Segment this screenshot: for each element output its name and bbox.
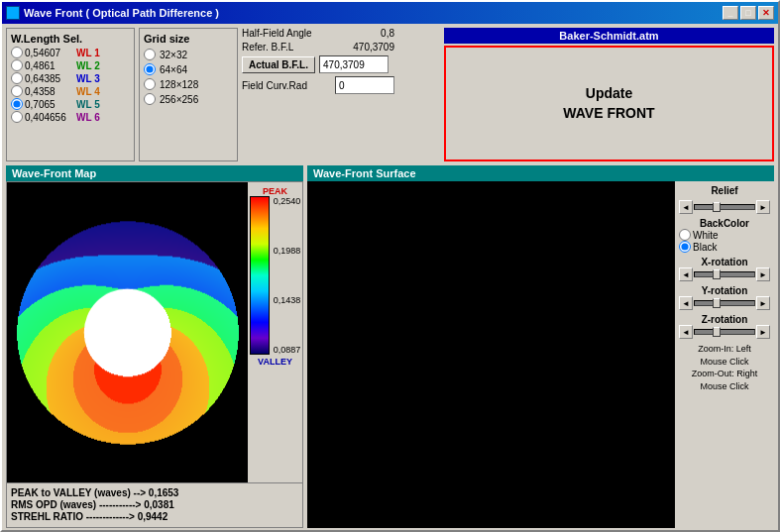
backcolor-white-row: White bbox=[679, 229, 770, 241]
wavefront-map-header: Wave-Front Map bbox=[6, 165, 303, 181]
stat-value-2: 0,0381 bbox=[144, 499, 174, 510]
top-panel: W.Length Sel. 0,54607 WL 1 0,4861 WL 2 0… bbox=[6, 28, 774, 161]
grid-radio-32[interactable] bbox=[144, 49, 156, 60]
backcolor-section: BackColor White Black bbox=[679, 218, 770, 253]
half-field-row: Half-Field Angle 0,8 bbox=[242, 28, 440, 39]
half-field-value: 0,8 bbox=[335, 28, 394, 39]
zrotation-right-btn[interactable]: ► bbox=[756, 325, 770, 339]
zoomin-text-2: Mouse Click bbox=[679, 356, 770, 369]
update-btn-text: Update WAVE FRONT bbox=[563, 84, 654, 123]
relief-right-btn[interactable]: ► bbox=[756, 200, 770, 214]
zoomout-text-1: Zoom-Out: Right bbox=[679, 368, 770, 380]
relief-left-btn[interactable]: ◄ bbox=[679, 200, 693, 214]
refer-bfl-label: Refer. B.F.L bbox=[242, 42, 331, 53]
yrotation-left-btn[interactable]: ◄ bbox=[679, 296, 693, 310]
field-curv-row: Field Curv.Rad bbox=[242, 76, 440, 94]
zoomout-text-2: Mouse Click bbox=[679, 380, 770, 393]
zrotation-track[interactable] bbox=[694, 329, 755, 335]
zrotation-label: Z-rotation bbox=[679, 314, 770, 325]
torus-canvas bbox=[7, 182, 248, 482]
main-window: Wave Front ( Optical Path Difference ) _… bbox=[0, 0, 780, 532]
wl-radio-3[interactable] bbox=[11, 72, 23, 84]
actual-bfl-button[interactable]: Actual B.F.L. bbox=[242, 56, 315, 73]
backcolor-black-row: Black bbox=[679, 241, 770, 253]
zrotation-thumb bbox=[713, 327, 721, 337]
field-curv-input[interactable] bbox=[335, 76, 394, 94]
wl-row-4: 0,4358 WL 4 bbox=[11, 85, 130, 97]
xrotation-left-btn[interactable]: ◄ bbox=[679, 267, 693, 281]
stats-area: PEAK to VALLEY (waves) --> 0,1653 RMS OP… bbox=[7, 482, 302, 527]
title-bar-text: Wave Front ( Optical Path Difference ) bbox=[6, 6, 219, 20]
wl-value-1: 0,54607 bbox=[25, 48, 72, 58]
backcolor-white-radio[interactable] bbox=[679, 229, 691, 241]
xrotation-label: X-rotation bbox=[679, 257, 770, 267]
backcolor-black-radio[interactable] bbox=[679, 241, 691, 253]
yrotation-slider: ◄ ► bbox=[679, 296, 770, 310]
grid-row-256: 256×256 bbox=[144, 93, 233, 105]
wl-value-2: 0,4861 bbox=[25, 60, 72, 71]
grid-label-128: 128×128 bbox=[160, 79, 198, 90]
half-field-label: Half-Field Angle bbox=[242, 28, 331, 39]
surface-section: Wave-Front Surface Relief ◄ ► bbox=[307, 165, 774, 528]
xrotation-right-btn[interactable]: ► bbox=[756, 267, 770, 281]
grid-radio-128[interactable] bbox=[144, 78, 156, 90]
wl-label-3: WL 3 bbox=[74, 73, 102, 84]
xrotation-thumb bbox=[713, 269, 721, 279]
grid-label-256: 256×256 bbox=[160, 94, 198, 105]
relief-track[interactable] bbox=[694, 204, 755, 210]
window-title: Wave Front ( Optical Path Difference ) bbox=[24, 7, 219, 19]
zoomin-text-1: Zoom-In: Left bbox=[679, 343, 770, 356]
maximize-button[interactable]: □ bbox=[740, 6, 756, 20]
update-line1: Update bbox=[563, 84, 654, 104]
yrotation-right-btn[interactable]: ► bbox=[756, 296, 770, 310]
stat-label-3: STREHL RATIO -------------> bbox=[11, 511, 135, 522]
wavelength-panel: W.Length Sel. 0,54607 WL 1 0,4861 WL 2 0… bbox=[6, 28, 135, 161]
colorbar-area: PEAK 0,2540 0,1988 0,1438 0,0887 bbox=[248, 182, 302, 482]
grid-row-32: 32×32 bbox=[144, 49, 233, 60]
close-button[interactable]: ✕ bbox=[758, 6, 774, 20]
minimize-button[interactable]: _ bbox=[723, 6, 738, 20]
grid-label-32: 32×32 bbox=[160, 50, 187, 60]
stat-row-3: STREHL RATIO -------------> 0,9442 bbox=[11, 511, 298, 522]
wl-radio-4[interactable] bbox=[11, 85, 23, 97]
content-area: W.Length Sel. 0,54607 WL 1 0,4861 WL 2 0… bbox=[2, 24, 778, 532]
update-wavefront-button[interactable]: Update WAVE FRONT bbox=[444, 46, 774, 161]
params-panel: Half-Field Angle 0,8 Refer. B.F.L 470,37… bbox=[242, 28, 440, 161]
relief-thumb bbox=[713, 202, 721, 212]
stat-row-1: PEAK to VALLEY (waves) --> 0,1653 bbox=[11, 487, 298, 498]
wl-row-3: 0,64385 WL 3 bbox=[11, 72, 130, 84]
field-curv-label: Field Curv.Rad bbox=[242, 80, 331, 91]
grid-label-64: 64×64 bbox=[160, 64, 187, 75]
surface-display[interactable] bbox=[307, 181, 675, 528]
wl-radio-2[interactable] bbox=[11, 59, 23, 71]
actual-bfl-input[interactable] bbox=[319, 55, 389, 73]
wl-row-2: 0,4861 WL 2 bbox=[11, 59, 130, 71]
wl-label-6: WL 6 bbox=[74, 112, 102, 123]
yrotation-label: Y-rotation bbox=[679, 285, 770, 296]
wl-row-6: 0,404656 WL 6 bbox=[11, 111, 130, 123]
relief-slider: ◄ ► bbox=[679, 200, 770, 214]
grid-radio-64[interactable] bbox=[144, 63, 156, 75]
grid-radio-256[interactable] bbox=[144, 93, 156, 105]
grid-panel: Grid size 32×32 64×64 128×128 256×256 bbox=[139, 28, 238, 161]
stat-value-3: 0,9442 bbox=[138, 511, 168, 522]
wl-label-1: WL 1 bbox=[74, 48, 102, 58]
backcolor-black-label: Black bbox=[693, 242, 717, 253]
wl-radio-5[interactable] bbox=[11, 98, 23, 110]
wl-radio-1[interactable] bbox=[11, 47, 23, 58]
wl-row-1: 0,54607 WL 1 bbox=[11, 47, 130, 58]
wl-value-5: 0,7065 bbox=[25, 99, 72, 110]
cb-value-4: 0,0887 bbox=[274, 345, 301, 355]
xrotation-track[interactable] bbox=[694, 271, 755, 277]
wl-radio-6[interactable] bbox=[11, 111, 23, 123]
wl-label-5: WL 5 bbox=[74, 99, 102, 110]
zrotation-left-btn[interactable]: ◄ bbox=[679, 325, 693, 339]
wl-value-6: 0,404656 bbox=[25, 112, 72, 123]
grid-row-64: 64×64 bbox=[144, 63, 233, 75]
refer-bfl-value: 470,3709 bbox=[335, 42, 394, 53]
xrotation-section: X-rotation ◄ ► bbox=[679, 257, 770, 281]
relief-label: Relief bbox=[679, 185, 770, 196]
yrotation-track[interactable] bbox=[694, 300, 755, 306]
map-image[interactable] bbox=[7, 182, 248, 482]
wl-value-3: 0,64385 bbox=[25, 73, 72, 84]
